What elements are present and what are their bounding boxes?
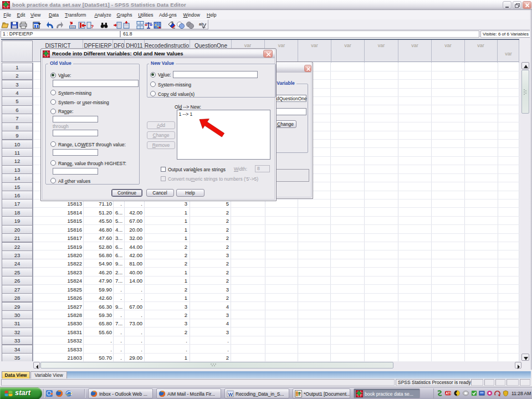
svg-text:ab: ab <box>199 22 204 27</box>
svg-text:?: ? <box>91 23 94 29</box>
svg-text:W: W <box>228 392 233 397</box>
svg-text:ATI: ATI <box>446 391 451 395</box>
